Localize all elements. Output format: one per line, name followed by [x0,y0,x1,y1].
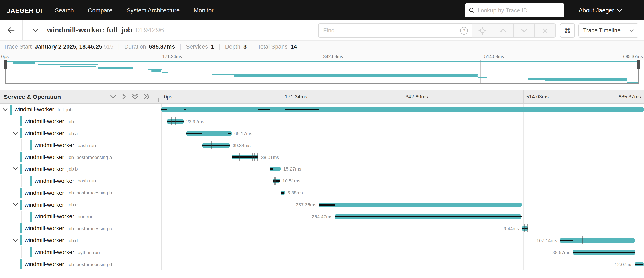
span-row[interactable]: windmill-workerjob_postprocessing c9.44m… [0,222,644,234]
span-table: Service & Operation 0μs171.34ms342.69ms5… [0,90,644,270]
span-row[interactable]: windmill-workerbash run10.51ms [0,175,644,187]
span-timeline-cell: 9.44ms [161,222,644,234]
span-row[interactable]: windmill-workerjob_postprocessing d12.07… [0,258,644,270]
span-name: windmill-workerjob b [24,163,78,175]
service-color-bar [20,128,22,138]
span-row[interactable]: windmill-workerpython run88.57ms [0,246,644,258]
minimap-gridline [322,60,322,83]
nav-item-compare[interactable]: Compare [88,7,112,14]
span-timeline-cell: 5.88ms [161,187,644,199]
span-row[interactable]: windmill-workerjob d107.14ms [0,234,644,246]
span-log-marker [635,248,635,256]
find-prev-button[interactable] [493,24,514,38]
column-resize-handle[interactable] [156,98,158,102]
service-color-bar [20,152,22,162]
chevron-down-icon[interactable] [12,132,18,135]
span-row[interactable]: windmill-workerbun run264.47ms [0,211,644,222]
critical-path-segment [270,168,272,170]
summary-label: Depth [225,43,240,50]
collapse-one-icon[interactable] [110,95,116,98]
span-row[interactable]: windmill-workerjob_postprocessing b5.88m… [0,187,644,199]
timeline-tick-label: 685.37ms [618,94,641,100]
expand-one-icon[interactable] [122,94,126,99]
nav-item-search[interactable]: Search [55,7,74,14]
span-row[interactable]: windmill-workerbash run39.34ms [0,139,644,151]
span-row[interactable]: windmill-workerfull_job [0,104,644,116]
nav-item-system-architecture[interactable]: System Architecture [126,7,180,14]
span-log-marker [284,189,284,197]
collapse-all-icon[interactable] [132,94,138,99]
app-logo[interactable]: JAEGER UI [7,6,42,14]
focus-span-button[interactable] [472,24,493,38]
span-log-marker [640,260,641,268]
trace-title-text: windmill-worker: full_job [47,26,132,34]
span-row[interactable]: windmill-workerjob c287.36ms [0,199,644,211]
service-color-bar [20,164,22,174]
span-name-cell: windmill-workerbash run [0,139,161,151]
service-color-bar [30,247,32,257]
operation-name: job [68,119,74,124]
span-name: windmill-workerfull_job [14,104,72,116]
service-operation-label: Service & Operation [4,93,61,100]
nav-item-monitor[interactable]: Monitor [194,7,214,14]
collapse-trace-detail-button[interactable] [32,28,39,32]
span-bar[interactable] [161,108,644,112]
minimap-tick-label: 171.34ms [162,54,182,59]
span-log-marker [232,130,232,138]
operation-name: job_postprocessing a [68,154,112,160]
trace-view-select[interactable]: Trace Timeline [578,24,638,38]
find-next-button[interactable] [514,24,535,38]
span-duration-label: 15.27ms [283,163,301,175]
about-jaeger-menu[interactable]: About Jaeger [578,7,622,14]
indent-guide [11,222,12,234]
span-name-cell: windmill-workerbun run [0,211,161,222]
indent-guide [21,139,22,151]
span-bar[interactable] [319,202,522,207]
span-log-marker [576,248,576,256]
span-timeline-cell: 287.36ms [161,199,644,211]
span-name: windmill-workerjob a [24,128,78,140]
span-log-marker [522,212,522,221]
chevron-down-icon[interactable] [12,167,18,171]
keyboard-shortcuts-button[interactable]: ⌘ [560,24,575,38]
span-log-marker [582,236,582,244]
span-row[interactable]: windmill-workerjob23.92ms [0,116,644,128]
find-input[interactable] [323,27,456,34]
minimap-scrubber-left[interactable] [4,60,7,69]
minimap-span [212,74,478,75]
minimap-span [478,77,487,78]
chevron-down-icon[interactable] [12,238,18,242]
minimap-span [148,69,162,70]
span-log-marker [339,212,339,221]
critical-path-segment [228,132,231,134]
chevron-down-icon[interactable] [12,203,18,206]
expand-all-icon[interactable] [144,94,150,99]
timeline-tick-label: 514.03ms [526,94,549,100]
trace-controls: ? ⌘ [318,24,638,38]
service-name: windmill-worker [14,106,54,113]
trace-lookup-input[interactable] [478,7,560,14]
span-row[interactable]: windmill-workerjob_postprocessing a38.01… [0,151,644,163]
span-name: windmill-workerjob_postprocessing a [24,151,112,163]
operation-name: bun run [78,214,94,219]
span-duration-label: 9.44ms [504,222,519,234]
back-button[interactable] [0,20,22,40]
summary-label: Trace Start [4,43,32,50]
chevron-down-icon[interactable] [2,108,8,111]
minimap-scrubber-right[interactable] [637,60,640,69]
critical-path-segment [285,109,319,110]
trace-minimap[interactable] [5,60,639,84]
summary-value: 14 [290,43,297,50]
service-name: windmill-worker [24,154,64,160]
span-row[interactable]: windmill-workerjob a65.17ms [0,128,644,140]
summary-value: 3 [243,43,246,50]
service-name: windmill-worker [24,166,64,172]
find-help-button[interactable]: ? [456,24,472,38]
critical-path-segment [202,144,230,146]
service-operation-header: Service & Operation [0,90,161,103]
chevron-down-icon [630,29,634,32]
indent-guide [21,175,22,187]
span-log-marker [522,200,522,209]
span-row[interactable]: windmill-workerjob b15.27ms [0,163,644,175]
clear-find-button[interactable] [535,24,556,38]
